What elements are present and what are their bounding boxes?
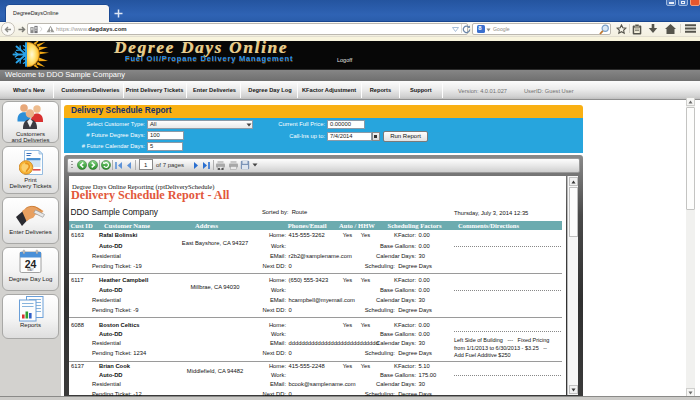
svg-text:MAY: MAY bbox=[27, 268, 33, 272]
